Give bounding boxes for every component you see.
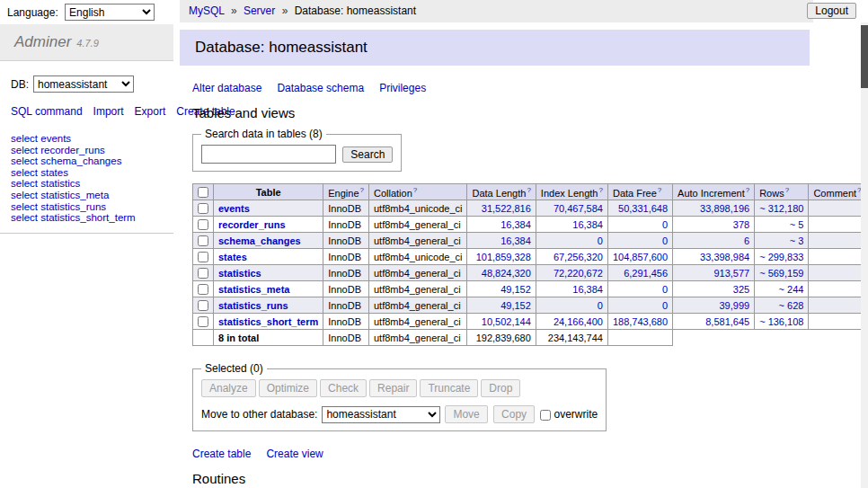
- search-input[interactable]: [201, 145, 336, 164]
- row-checkbox[interactable]: [198, 284, 208, 295]
- data-length-link[interactable]: 31,522,816: [482, 203, 531, 214]
- help-icon[interactable]: ?: [413, 186, 417, 194]
- help-icon[interactable]: ?: [658, 186, 661, 194]
- index-length-link[interactable]: 16,384: [572, 219, 603, 230]
- index-length-link[interactable]: 72,220,672: [554, 268, 603, 279]
- main-content: Alter databaseDatabase schemaPrivileges …: [180, 82, 861, 488]
- rows-link[interactable]: ~ 299,833: [759, 252, 803, 262]
- index-length-link[interactable]: 70,467,584: [554, 203, 603, 214]
- select-table-link[interactable]: select states: [11, 167, 163, 179]
- row-checkbox[interactable]: [198, 300, 208, 311]
- table-name-link[interactable]: statistics_runs: [218, 300, 288, 311]
- db-select[interactable]: homeassistant: [33, 75, 134, 93]
- cell-index-length: 16,384: [536, 217, 607, 233]
- data-free-link[interactable]: 0: [662, 300, 668, 311]
- data-free-link[interactable]: 0: [662, 219, 668, 230]
- data-free-link[interactable]: 50,331,648: [618, 203, 668, 214]
- row-checkbox[interactable]: [198, 316, 208, 327]
- overwrite-checkbox[interactable]: [540, 410, 551, 421]
- select-table-link[interactable]: select schema_changes: [11, 155, 163, 167]
- help-icon[interactable]: ?: [746, 186, 749, 194]
- data-length-link[interactable]: 101,859,328: [476, 252, 531, 262]
- privileges-link[interactable]: Privileges: [379, 82, 426, 94]
- row-checkbox[interactable]: [198, 219, 208, 230]
- index-length-link[interactable]: 16,384: [572, 284, 603, 295]
- database-schema-link[interactable]: Database schema: [277, 82, 364, 94]
- auto-increment-link[interactable]: 33,898,196: [700, 203, 749, 214]
- logout-area: Logout: [807, 3, 856, 19]
- index-length-link[interactable]: 0: [598, 300, 603, 311]
- row-checkbox[interactable]: [198, 268, 208, 279]
- row-checkbox[interactable]: [198, 203, 208, 214]
- row-checkbox[interactable]: [198, 235, 208, 246]
- help-icon[interactable]: ?: [360, 186, 364, 194]
- select-table-link[interactable]: select statistics_short_term: [11, 212, 163, 224]
- logout-button[interactable]: Logout: [807, 3, 856, 19]
- move-db-select[interactable]: homeassistant: [322, 406, 440, 423]
- index-length-link[interactable]: 24,166,400: [554, 316, 603, 327]
- table-name-link[interactable]: events: [218, 203, 250, 214]
- breadcrumb-link-mysql[interactable]: MySQL: [189, 4, 225, 17]
- auto-increment-link[interactable]: 913,577: [713, 268, 749, 279]
- row-checkbox-cell: [193, 200, 214, 217]
- row-checkbox-cell: [193, 314, 214, 330]
- table-name-link[interactable]: recorder_runs: [218, 219, 286, 230]
- data-length-link[interactable]: 48,824,320: [482, 268, 531, 279]
- rows-link[interactable]: ~ 312,180: [759, 203, 803, 214]
- export-link[interactable]: Export: [135, 105, 166, 118]
- scrollbar[interactable]: [861, 22, 868, 488]
- table-name-link[interactable]: states: [218, 252, 247, 262]
- table-header-row: Table Engine? Collation? Data Length? In…: [193, 184, 862, 200]
- rows-link[interactable]: ~ 3: [790, 235, 804, 246]
- row-checkbox[interactable]: [198, 252, 208, 262]
- help-icon[interactable]: ?: [785, 186, 789, 194]
- rows-link[interactable]: ~ 569,159: [759, 268, 803, 279]
- language-select[interactable]: English: [65, 4, 155, 21]
- select-table-link[interactable]: select recorder_runs: [11, 145, 163, 156]
- index-length-link[interactable]: 0: [598, 235, 603, 246]
- auto-increment-link[interactable]: 33,398,984: [700, 252, 749, 262]
- data-length-link[interactable]: 49,152: [500, 300, 531, 311]
- auto-increment-link[interactable]: 325: [733, 284, 749, 295]
- breadcrumb-link-server[interactable]: Server: [244, 4, 275, 17]
- table-name-link[interactable]: schema_changes: [218, 235, 301, 246]
- select-table-link[interactable]: select statistics_meta: [11, 190, 163, 201]
- index-length-link[interactable]: 67,256,320: [554, 252, 603, 262]
- search-button[interactable]: Search: [342, 146, 393, 163]
- select-table-link[interactable]: select events: [11, 133, 163, 145]
- rows-link[interactable]: ~ 5: [790, 219, 804, 230]
- data-free-link[interactable]: 6,291,456: [624, 268, 668, 279]
- scrollbar-thumb[interactable]: [861, 25, 868, 88]
- data-length-link[interactable]: 49,152: [500, 284, 531, 295]
- import-link[interactable]: Import: [93, 105, 124, 118]
- data-free-link[interactable]: 0: [662, 235, 668, 246]
- rows-link[interactable]: ~ 628: [779, 300, 804, 311]
- help-icon[interactable]: ?: [598, 186, 602, 194]
- select-table-link[interactable]: select statistics: [11, 178, 163, 190]
- table-name-link[interactable]: statistics: [218, 268, 261, 279]
- data-free-link[interactable]: 0: [662, 284, 668, 295]
- rows-link[interactable]: ~ 136,108: [759, 316, 803, 327]
- overwrite-label[interactable]: overwrite: [554, 408, 598, 421]
- auto-increment-link[interactable]: 8,581,645: [705, 316, 749, 327]
- select-all-checkbox[interactable]: [198, 187, 208, 198]
- create-table-link[interactable]: Create table: [192, 448, 251, 460]
- alter-database-link[interactable]: Alter database: [192, 82, 261, 94]
- data-free-link[interactable]: 104,857,600: [613, 252, 668, 262]
- data-length-link[interactable]: 10,502,144: [482, 316, 531, 327]
- rows-link[interactable]: ~ 244: [779, 284, 804, 295]
- data-length-link[interactable]: 16,384: [500, 219, 531, 230]
- sql-command-link[interactable]: SQL command: [11, 105, 83, 118]
- help-icon[interactable]: ?: [527, 186, 530, 194]
- select-table-link[interactable]: select statistics_runs: [11, 201, 163, 213]
- table-name-link[interactable]: statistics_meta: [218, 284, 290, 295]
- move-button: Move: [445, 405, 487, 423]
- table-name-link[interactable]: statistics_short_term: [218, 316, 318, 327]
- auto-increment-link[interactable]: 39,999: [720, 300, 750, 311]
- auto-increment-link[interactable]: 378: [733, 219, 749, 230]
- data-length-link[interactable]: 16,384: [500, 235, 531, 246]
- cell-index-length: 72,220,672: [536, 265, 607, 281]
- data-free-link[interactable]: 188,743,680: [613, 316, 668, 327]
- create-view-link[interactable]: Create view: [266, 448, 323, 460]
- auto-increment-link[interactable]: 6: [744, 235, 749, 246]
